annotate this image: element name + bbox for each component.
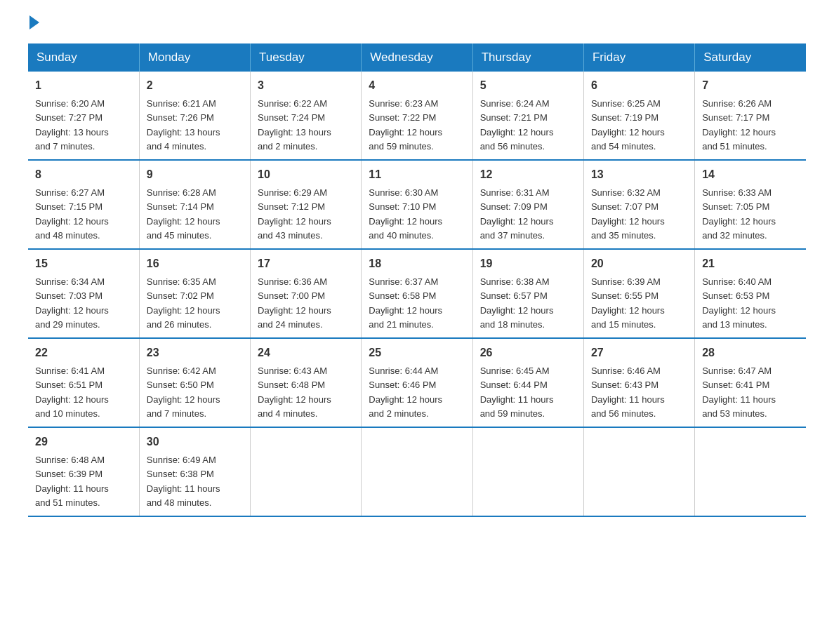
header-tuesday: Tuesday — [251, 43, 362, 72]
day-number: 10 — [258, 166, 354, 183]
day-number: 18 — [369, 255, 465, 272]
day-info: Sunrise: 6:47 AM Sunset: 6:41 PM Dayligh… — [702, 365, 776, 419]
calendar-cell: 5Sunrise: 6:24 AM Sunset: 7:21 PM Daylig… — [472, 72, 583, 160]
calendar-cell — [472, 427, 583, 516]
day-number: 11 — [369, 166, 465, 183]
calendar-cell: 1Sunrise: 6:20 AM Sunset: 7:27 PM Daylig… — [28, 72, 139, 160]
calendar-week-row: 22Sunrise: 6:41 AM Sunset: 6:51 PM Dayli… — [28, 338, 806, 427]
day-number: 7 — [702, 77, 799, 94]
calendar-cell — [251, 427, 362, 516]
day-number: 6 — [591, 77, 687, 94]
calendar-cell: 10Sunrise: 6:29 AM Sunset: 7:12 PM Dayli… — [251, 160, 362, 249]
day-info: Sunrise: 6:20 AM Sunset: 7:27 PM Dayligh… — [35, 98, 109, 152]
day-number: 15 — [35, 255, 132, 272]
calendar-cell: 28Sunrise: 6:47 AM Sunset: 6:41 PM Dayli… — [695, 338, 806, 427]
logo — [28, 21, 39, 29]
calendar-cell — [695, 427, 806, 516]
calendar-cell: 16Sunrise: 6:35 AM Sunset: 7:02 PM Dayli… — [139, 249, 250, 338]
day-number: 20 — [591, 255, 687, 272]
calendar-cell: 18Sunrise: 6:37 AM Sunset: 6:58 PM Dayli… — [362, 249, 472, 338]
day-number: 17 — [258, 255, 354, 272]
day-info: Sunrise: 6:41 AM Sunset: 6:51 PM Dayligh… — [35, 365, 109, 419]
calendar-cell — [583, 427, 694, 516]
day-info: Sunrise: 6:39 AM Sunset: 6:55 PM Dayligh… — [591, 276, 665, 330]
header-monday: Monday — [139, 43, 250, 72]
header-thursday: Thursday — [472, 43, 583, 72]
calendar-cell: 9Sunrise: 6:28 AM Sunset: 7:14 PM Daylig… — [139, 160, 250, 249]
calendar-cell: 14Sunrise: 6:33 AM Sunset: 7:05 PM Dayli… — [695, 160, 806, 249]
calendar-cell: 13Sunrise: 6:32 AM Sunset: 7:07 PM Dayli… — [583, 160, 694, 249]
day-number: 4 — [369, 77, 465, 94]
day-number: 12 — [480, 166, 576, 183]
day-number: 24 — [258, 344, 354, 361]
day-number: 26 — [480, 344, 576, 361]
calendar-cell: 4Sunrise: 6:23 AM Sunset: 7:22 PM Daylig… — [362, 72, 472, 160]
header-sunday: Sunday — [28, 43, 139, 72]
calendar-cell: 8Sunrise: 6:27 AM Sunset: 7:15 PM Daylig… — [28, 160, 139, 249]
calendar-header-row: SundayMondayTuesdayWednesdayThursdayFrid… — [28, 43, 806, 72]
day-number: 13 — [591, 166, 687, 183]
calendar-cell: 21Sunrise: 6:40 AM Sunset: 6:53 PM Dayli… — [695, 249, 806, 338]
calendar-week-row: 1Sunrise: 6:20 AM Sunset: 7:27 PM Daylig… — [28, 72, 806, 160]
day-info: Sunrise: 6:38 AM Sunset: 6:57 PM Dayligh… — [480, 276, 554, 330]
calendar-cell: 20Sunrise: 6:39 AM Sunset: 6:55 PM Dayli… — [583, 249, 694, 338]
calendar-cell: 23Sunrise: 6:42 AM Sunset: 6:50 PM Dayli… — [139, 338, 250, 427]
day-number: 9 — [147, 166, 243, 183]
header-friday: Friday — [583, 43, 694, 72]
day-info: Sunrise: 6:21 AM Sunset: 7:26 PM Dayligh… — [147, 98, 220, 152]
day-number: 28 — [702, 344, 799, 361]
day-number: 2 — [147, 77, 243, 94]
calendar-cell: 6Sunrise: 6:25 AM Sunset: 7:19 PM Daylig… — [583, 72, 694, 160]
calendar-cell: 30Sunrise: 6:49 AM Sunset: 6:38 PM Dayli… — [139, 427, 250, 516]
calendar-cell — [362, 427, 472, 516]
day-info: Sunrise: 6:45 AM Sunset: 6:44 PM Dayligh… — [480, 365, 554, 419]
day-info: Sunrise: 6:24 AM Sunset: 7:21 PM Dayligh… — [480, 98, 554, 152]
day-number: 23 — [147, 344, 243, 361]
day-info: Sunrise: 6:34 AM Sunset: 7:03 PM Dayligh… — [35, 276, 109, 330]
day-info: Sunrise: 6:42 AM Sunset: 6:50 PM Dayligh… — [147, 365, 220, 419]
day-number: 27 — [591, 344, 687, 361]
day-info: Sunrise: 6:40 AM Sunset: 6:53 PM Dayligh… — [702, 276, 776, 330]
day-number: 21 — [702, 255, 799, 272]
day-number: 25 — [369, 344, 465, 361]
calendar-cell: 15Sunrise: 6:34 AM Sunset: 7:03 PM Dayli… — [28, 249, 139, 338]
day-info: Sunrise: 6:49 AM Sunset: 6:38 PM Dayligh… — [147, 455, 220, 508]
day-info: Sunrise: 6:25 AM Sunset: 7:19 PM Dayligh… — [591, 98, 665, 152]
calendar-cell: 3Sunrise: 6:22 AM Sunset: 7:24 PM Daylig… — [251, 72, 362, 160]
day-info: Sunrise: 6:22 AM Sunset: 7:24 PM Dayligh… — [258, 98, 331, 152]
day-info: Sunrise: 6:36 AM Sunset: 7:00 PM Dayligh… — [258, 276, 331, 330]
day-number: 8 — [35, 166, 132, 183]
day-info: Sunrise: 6:27 AM Sunset: 7:15 PM Dayligh… — [35, 187, 109, 241]
calendar-cell: 17Sunrise: 6:36 AM Sunset: 7:00 PM Dayli… — [251, 249, 362, 338]
day-number: 16 — [147, 255, 243, 272]
day-info: Sunrise: 6:28 AM Sunset: 7:14 PM Dayligh… — [147, 187, 220, 241]
calendar-cell: 25Sunrise: 6:44 AM Sunset: 6:46 PM Dayli… — [362, 338, 472, 427]
calendar-cell: 19Sunrise: 6:38 AM Sunset: 6:57 PM Dayli… — [472, 249, 583, 338]
day-number: 1 — [35, 77, 132, 94]
day-number: 30 — [147, 434, 243, 450]
day-number: 3 — [258, 77, 354, 94]
calendar-cell: 22Sunrise: 6:41 AM Sunset: 6:51 PM Dayli… — [28, 338, 139, 427]
calendar-cell: 11Sunrise: 6:30 AM Sunset: 7:10 PM Dayli… — [362, 160, 472, 249]
calendar-cell: 29Sunrise: 6:48 AM Sunset: 6:39 PM Dayli… — [28, 427, 139, 516]
header-saturday: Saturday — [695, 43, 806, 72]
day-number: 19 — [480, 255, 576, 272]
day-info: Sunrise: 6:37 AM Sunset: 6:58 PM Dayligh… — [369, 276, 442, 330]
day-number: 5 — [480, 77, 576, 94]
calendar-cell: 7Sunrise: 6:26 AM Sunset: 7:17 PM Daylig… — [695, 72, 806, 160]
calendar-table: SundayMondayTuesdayWednesdayThursdayFrid… — [28, 43, 806, 517]
calendar-week-row: 8Sunrise: 6:27 AM Sunset: 7:15 PM Daylig… — [28, 160, 806, 249]
day-info: Sunrise: 6:46 AM Sunset: 6:43 PM Dayligh… — [591, 365, 665, 419]
logo-triangle-icon — [29, 15, 39, 29]
day-info: Sunrise: 6:48 AM Sunset: 6:39 PM Dayligh… — [35, 455, 109, 508]
day-info: Sunrise: 6:35 AM Sunset: 7:02 PM Dayligh… — [147, 276, 220, 330]
day-info: Sunrise: 6:43 AM Sunset: 6:48 PM Dayligh… — [258, 365, 331, 419]
day-info: Sunrise: 6:33 AM Sunset: 7:05 PM Dayligh… — [702, 187, 776, 241]
page-header — [28, 21, 806, 29]
day-number: 14 — [702, 166, 799, 183]
day-info: Sunrise: 6:30 AM Sunset: 7:10 PM Dayligh… — [369, 187, 442, 241]
day-info: Sunrise: 6:31 AM Sunset: 7:09 PM Dayligh… — [480, 187, 554, 241]
calendar-cell: 24Sunrise: 6:43 AM Sunset: 6:48 PM Dayli… — [251, 338, 362, 427]
calendar-cell: 2Sunrise: 6:21 AM Sunset: 7:26 PM Daylig… — [139, 72, 250, 160]
calendar-cell: 27Sunrise: 6:46 AM Sunset: 6:43 PM Dayli… — [583, 338, 694, 427]
